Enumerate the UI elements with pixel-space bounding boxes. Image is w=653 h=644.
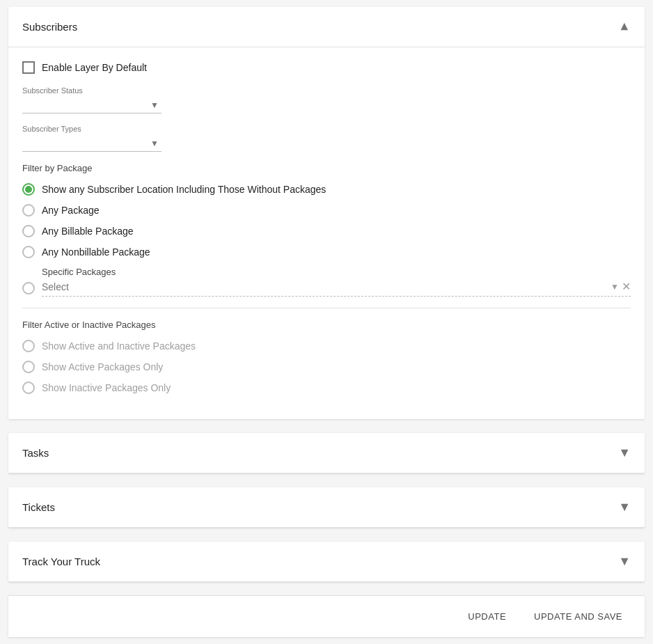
separator (22, 308, 631, 308)
subscriber-types-group: Subscriber Types ▼ (22, 125, 631, 152)
specific-packages-row: ▼ ✕ (22, 280, 631, 297)
filter-ai-option-1[interactable]: Show Active and Inactive Packages (22, 340, 631, 352)
filter-pkg-radio-2[interactable] (22, 204, 35, 217)
filter-ai-label-3: Show Inactive Packages Only (42, 382, 171, 393)
filter-by-package-section: Filter by Package Show any Subscriber Lo… (22, 163, 631, 297)
subscribers-title: Subscribers (22, 21, 77, 33)
filter-pkg-label-3: Any Billable Package (42, 226, 134, 237)
filter-ai-label-2: Show Active Packages Only (42, 361, 163, 372)
filter-pkg-radio-1[interactable] (22, 183, 35, 196)
subscriber-status-wrapper: ▼ (22, 96, 162, 113)
tickets-title: Tickets (22, 501, 55, 513)
update-and-save-button[interactable]: UPDATE AND SAVE (526, 606, 631, 627)
filter-pkg-option-2[interactable]: Any Package (22, 204, 631, 217)
filter-pkg-label-2: Any Package (42, 205, 100, 216)
filter-ai-radio-3[interactable] (22, 382, 35, 394)
track-your-truck-title: Track Your Truck (22, 556, 100, 567)
filter-pkg-radio-3[interactable] (22, 225, 35, 237)
enable-layer-row[interactable]: Enable Layer By Default (22, 61, 631, 74)
filter-active-inactive-section: Filter Active or Inactive Packages Show … (22, 320, 631, 394)
filter-pkg-label-4: Any Nonbillable Package (42, 246, 150, 258)
tasks-chevron-icon: ▼ (618, 446, 631, 460)
tasks-title: Tasks (22, 447, 49, 459)
specific-packages-label: Specific Packages (42, 267, 631, 277)
specific-pkg-radio[interactable] (22, 282, 35, 294)
track-your-truck-section: Track Your Truck ▼ (8, 542, 645, 582)
filter-pkg-radio-4[interactable] (22, 246, 35, 258)
specific-packages-block: Specific Packages ▼ ✕ (22, 267, 631, 297)
enable-layer-label: Enable Layer By Default (42, 62, 147, 73)
footer: UPDATE UPDATE AND SAVE (8, 595, 645, 637)
enable-layer-checkbox[interactable] (22, 61, 35, 74)
specific-packages-input[interactable] (42, 281, 611, 292)
subscribers-section: Subscribers ▼ Enable Layer By Default Su… (8, 7, 645, 419)
filter-pkg-option-4[interactable]: Any Nonbillable Package (22, 246, 631, 258)
track-your-truck-section-header[interactable]: Track Your Truck ▼ (8, 542, 645, 582)
filter-by-package-title: Filter by Package (22, 163, 631, 173)
subscribers-chevron-icon: ▼ (618, 19, 631, 34)
track-your-truck-chevron-icon: ▼ (618, 554, 631, 569)
page-container: Subscribers ▼ Enable Layer By Default Su… (0, 0, 653, 644)
tasks-section-header[interactable]: Tasks ▼ (8, 433, 645, 473)
filter-pkg-label-1: Show any Subscriber Location Including T… (42, 184, 326, 195)
subscriber-types-label: Subscriber Types (22, 125, 631, 133)
filter-pkg-option-3[interactable]: Any Billable Package (22, 225, 631, 237)
filter-pkg-option-1[interactable]: Show any Subscriber Location Including T… (22, 183, 631, 196)
specific-packages-select-wrapper: ▼ ✕ (42, 280, 631, 297)
subscriber-status-label: Subscriber Status (22, 86, 631, 95)
specific-packages-clear-icon[interactable]: ✕ (622, 280, 631, 293)
subscriber-types-select[interactable] (22, 134, 162, 152)
filter-ai-radio-1[interactable] (22, 340, 35, 352)
subscriber-status-group: Subscriber Status ▼ (22, 86, 631, 113)
filter-ai-radio-2[interactable] (22, 361, 35, 373)
tasks-section: Tasks ▼ (8, 433, 645, 473)
subscriber-status-select[interactable] (22, 96, 162, 113)
filter-ai-option-2[interactable]: Show Active Packages Only (22, 361, 631, 373)
update-button[interactable]: UPDATE (459, 606, 514, 627)
tickets-section: Tickets ▼ (8, 487, 645, 528)
specific-packages-dropdown-icon[interactable]: ▼ (611, 282, 619, 292)
subscriber-types-wrapper: ▼ (22, 134, 162, 152)
tickets-chevron-icon: ▼ (618, 500, 631, 515)
subscribers-section-body: Enable Layer By Default Subscriber Statu… (8, 47, 645, 419)
tickets-section-header[interactable]: Tickets ▼ (8, 487, 645, 528)
filter-active-inactive-title: Filter Active or Inactive Packages (22, 320, 631, 330)
filter-ai-label-1: Show Active and Inactive Packages (42, 340, 196, 352)
subscribers-section-header[interactable]: Subscribers ▼ (8, 7, 645, 47)
filter-ai-option-3[interactable]: Show Inactive Packages Only (22, 382, 631, 394)
